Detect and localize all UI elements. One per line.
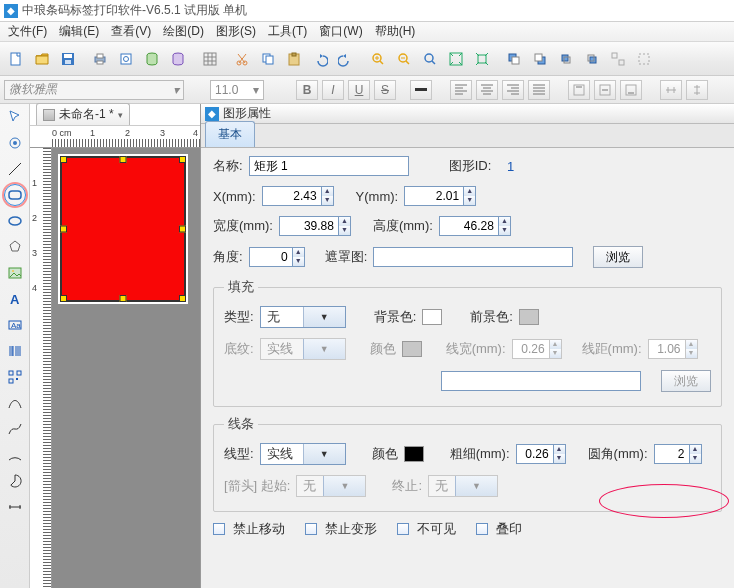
underline-button[interactable]: U xyxy=(348,80,370,100)
menu-window[interactable]: 窗口(W) xyxy=(315,22,366,41)
tool-select[interactable] xyxy=(4,106,26,128)
combo-fill-type[interactable]: 无▼ xyxy=(260,306,346,328)
tb-group[interactable] xyxy=(606,47,630,71)
tb-save[interactable] xyxy=(56,47,80,71)
menu-file[interactable]: 文件(F) xyxy=(4,22,51,41)
fg-color-swatch[interactable] xyxy=(519,309,539,325)
font-size-combo[interactable]: 11.0▾ xyxy=(210,80,264,100)
tb-open[interactable] xyxy=(30,47,54,71)
tb-preview[interactable] xyxy=(114,47,138,71)
tool-hand[interactable] xyxy=(4,132,26,154)
tb-print[interactable] xyxy=(88,47,112,71)
menu-help[interactable]: 帮助(H) xyxy=(371,22,420,41)
tb-fit-all[interactable] xyxy=(444,47,468,71)
bg-color-swatch[interactable] xyxy=(422,309,442,325)
tool-pie[interactable] xyxy=(4,470,26,492)
input-x[interactable] xyxy=(262,186,322,206)
menu-edit[interactable]: 编辑(E) xyxy=(55,22,103,41)
tb-db[interactable] xyxy=(140,47,164,71)
font-name-combo[interactable]: 微软雅黑▾ xyxy=(4,80,184,100)
tool-richtext[interactable]: Aa xyxy=(4,314,26,336)
input-name[interactable] xyxy=(249,156,409,176)
menu-draw[interactable]: 绘图(D) xyxy=(159,22,208,41)
tool-line[interactable] xyxy=(4,158,26,180)
tb-grid[interactable] xyxy=(198,47,222,71)
doc-tab[interactable]: 未命名-1 * ▾ xyxy=(36,103,130,125)
tb-export[interactable] xyxy=(166,47,190,71)
align-center-button[interactable] xyxy=(476,80,498,100)
resize-handle[interactable] xyxy=(60,156,67,163)
checkbox-hidden[interactable] xyxy=(397,523,409,535)
valign-top-button[interactable] xyxy=(568,80,590,100)
menu-tools[interactable]: 工具(T) xyxy=(264,22,311,41)
checkbox-overlay[interactable] xyxy=(476,523,488,535)
spinner[interactable]: ▲▼ xyxy=(464,186,476,206)
tb-cut[interactable] xyxy=(230,47,254,71)
bold-button[interactable]: B xyxy=(296,80,318,100)
resize-handle[interactable] xyxy=(179,156,186,163)
tb-ungroup[interactable] xyxy=(632,47,656,71)
resize-handle[interactable] xyxy=(120,295,127,302)
tool-bezier[interactable] xyxy=(4,418,26,440)
align-left-button[interactable] xyxy=(450,80,472,100)
tool-arc[interactable] xyxy=(4,444,26,466)
resize-handle[interactable] xyxy=(60,295,67,302)
tool-qrcode[interactable] xyxy=(4,366,26,388)
tool-ellipse[interactable] xyxy=(4,210,26,232)
dist-horz-button[interactable] xyxy=(660,80,682,100)
line-color-swatch[interactable] xyxy=(404,446,424,462)
resize-handle[interactable] xyxy=(60,226,67,233)
tool-rounded-rect[interactable] xyxy=(4,184,26,206)
tb-back[interactable] xyxy=(528,47,552,71)
tb-front[interactable] xyxy=(502,47,526,71)
spinner[interactable]: ▲▼ xyxy=(322,186,334,206)
input-corner[interactable] xyxy=(654,444,690,464)
strike-button[interactable]: S xyxy=(374,80,396,100)
tb-zoom-fit[interactable] xyxy=(418,47,442,71)
input-width[interactable] xyxy=(279,216,339,236)
align-justify-button[interactable] xyxy=(528,80,550,100)
tool-polygon[interactable] xyxy=(4,236,26,258)
tb-zoom-out[interactable] xyxy=(392,47,416,71)
resize-handle[interactable] xyxy=(120,156,127,163)
valign-mid-button[interactable] xyxy=(594,80,616,100)
menu-shape[interactable]: 图形(S) xyxy=(212,22,260,41)
valign-bot-button[interactable] xyxy=(620,80,642,100)
tb-backward[interactable] xyxy=(580,47,604,71)
resize-handle[interactable] xyxy=(179,226,186,233)
align-right-button[interactable] xyxy=(502,80,524,100)
tb-forward[interactable] xyxy=(554,47,578,71)
input-mask[interactable] xyxy=(373,247,573,267)
tab-basic[interactable]: 基本 xyxy=(205,121,255,147)
tool-text[interactable]: A xyxy=(4,288,26,310)
input-height[interactable] xyxy=(439,216,499,236)
tb-new[interactable] xyxy=(4,47,28,71)
menu-view[interactable]: 查看(V) xyxy=(107,22,155,41)
tool-curve[interactable] xyxy=(4,392,26,414)
text-color-button[interactable] xyxy=(410,80,432,100)
tool-dims[interactable] xyxy=(4,496,26,518)
input-angle[interactable] xyxy=(249,247,293,267)
italic-button[interactable]: I xyxy=(322,80,344,100)
tool-barcode[interactable] xyxy=(4,340,26,362)
input-y[interactable] xyxy=(404,186,464,206)
browse-button[interactable]: 浏览 xyxy=(593,246,643,268)
combo-linetype[interactable]: 实线▼ xyxy=(260,443,346,465)
tb-redo[interactable] xyxy=(334,47,358,71)
checkbox-lock-shape[interactable] xyxy=(305,523,317,535)
rectangle-object[interactable] xyxy=(60,156,186,302)
dist-vert-button[interactable] xyxy=(686,80,708,100)
spinner[interactable]: ▲▼ xyxy=(339,216,351,236)
resize-handle[interactable] xyxy=(179,295,186,302)
tb-paste[interactable] xyxy=(282,47,306,71)
canvas[interactable] xyxy=(52,148,200,588)
input-thickness[interactable] xyxy=(516,444,554,464)
spinner[interactable]: ▲▼ xyxy=(293,247,305,267)
spinner[interactable]: ▲▼ xyxy=(499,216,511,236)
checkbox-lock-move[interactable] xyxy=(213,523,225,535)
spinner[interactable]: ▲▼ xyxy=(690,444,702,464)
tb-zoom-in[interactable] xyxy=(366,47,390,71)
tb-fit-sel[interactable] xyxy=(470,47,494,71)
tb-undo[interactable] xyxy=(308,47,332,71)
tb-copy[interactable] xyxy=(256,47,280,71)
